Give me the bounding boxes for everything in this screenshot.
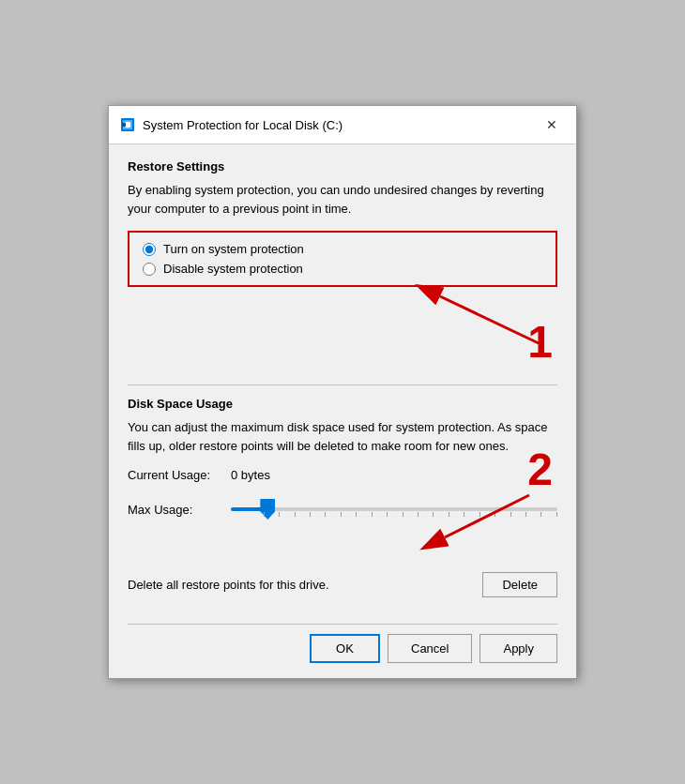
delete-description: Delete all restore points for this drive… [128, 578, 329, 592]
max-usage-row: Max Usage: [128, 495, 557, 523]
delete-row: Delete all restore points for this drive… [128, 563, 557, 597]
radio-turn-on[interactable]: Turn on system protection [143, 242, 542, 256]
slider-track [231, 507, 557, 511]
radio-turn-on-input[interactable] [143, 243, 156, 256]
slider-tick [387, 512, 388, 517]
max-usage-label: Max Usage: [128, 503, 231, 517]
slider-tick [295, 512, 296, 517]
cancel-button[interactable]: Cancel [388, 634, 472, 663]
slider-tick [449, 512, 449, 517]
slider-fill [231, 507, 264, 511]
slider-tick [310, 512, 311, 517]
slider-tick [540, 512, 541, 517]
slider-tick [510, 512, 511, 517]
slider-tick [264, 512, 265, 517]
footer-buttons: OK Cancel Apply [109, 634, 576, 678]
system-protection-dialog: System Protection for Local Disk (C:) ✕ … [108, 105, 577, 679]
title-bar: System Protection for Local Disk (C:) ✕ [109, 106, 576, 144]
ok-button[interactable]: OK [310, 634, 380, 663]
delete-button[interactable]: Delete [482, 572, 557, 597]
dialog-content: Restore Settings By enabling system prot… [109, 144, 576, 612]
svg-rect-3 [122, 123, 126, 127]
dialog-icon [120, 117, 135, 132]
slider-tick [495, 512, 495, 517]
slider-tick [279, 512, 280, 517]
slider-tick [480, 512, 480, 517]
disk-space-description: You can adjust the maximum disk space us… [128, 418, 557, 455]
divider-1 [128, 384, 557, 385]
footer-divider [128, 624, 557, 625]
restore-settings-options: Turn on system protection Disable system… [128, 231, 557, 287]
slider-tick [325, 512, 326, 517]
title-bar-left: System Protection for Local Disk (C:) [120, 117, 342, 132]
slider-tick [341, 512, 342, 517]
current-usage-value: 0 bytes [231, 468, 270, 482]
slider-tick [403, 512, 403, 517]
slider-container [231, 495, 557, 523]
slider-tick [372, 512, 373, 517]
slider-tick [356, 512, 357, 517]
current-usage-row: Current Usage: 0 bytes [128, 468, 557, 482]
slider-tick [433, 512, 434, 517]
restore-settings-description: By enabling system protection, you can u… [128, 181, 557, 218]
slider-tick [525, 512, 526, 517]
restore-settings-title: Restore Settings [128, 159, 557, 173]
radio-disable-input[interactable] [143, 263, 156, 276]
current-usage-label: Current Usage: [128, 468, 231, 482]
slider-tick [418, 512, 419, 517]
disk-space-title: Disk Space Usage [128, 397, 557, 411]
close-button[interactable]: ✕ [539, 113, 565, 136]
apply-button[interactable]: Apply [480, 634, 557, 663]
radio-disable[interactable]: Disable system protection [143, 262, 542, 276]
radio-turn-on-label: Turn on system protection [163, 242, 304, 256]
slider-tick [556, 512, 557, 517]
radio-disable-label: Disable system protection [163, 262, 303, 276]
slider-tick [464, 512, 464, 517]
dialog-title: System Protection for Local Disk (C:) [143, 118, 342, 132]
